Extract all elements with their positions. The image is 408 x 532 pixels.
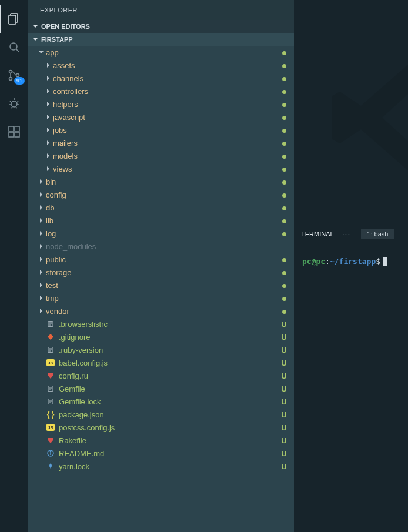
project-section-header[interactable]: FIRSTAPP — [28, 33, 294, 46]
git-status-indicator: U — [280, 320, 288, 329]
tree-item-label: Rakefile — [59, 436, 280, 445]
folder-tree-item[interactable]: storage — [28, 266, 294, 279]
folder-tree-item[interactable]: javascript — [28, 111, 294, 123]
folder-tree-item[interactable]: helpers — [28, 98, 294, 111]
terminal-prompt-user: pc@pc — [302, 257, 325, 266]
js-file-icon: JS — [46, 358, 55, 367]
chevron-right-icon — [44, 113, 53, 121]
git-status-indicator: U — [280, 397, 288, 406]
tree-item-label: .ruby-version — [59, 346, 280, 354]
terminal-cursor — [383, 257, 387, 266]
svg-marker-20 — [48, 373, 53, 379]
file-tree-item[interactable]: config.ruU — [28, 369, 294, 382]
folder-tree-item[interactable]: bin — [28, 175, 294, 188]
chevron-right-icon — [36, 282, 46, 289]
folder-tree-item[interactable]: config — [28, 188, 294, 201]
terminal-body[interactable]: pc@pc:~/firstapp$ — [294, 243, 408, 532]
file-tree-item[interactable]: .ruby-versionU — [28, 343, 294, 356]
tree-item-label: postcss.config.js — [59, 423, 280, 432]
file-tree-item[interactable]: JSpostcss.config.jsU — [28, 421, 294, 434]
chevron-right-icon — [44, 75, 53, 82]
source-control-activity-icon[interactable]: 91 — [0, 61, 28, 89]
folder-tree-item[interactable]: node_modules — [28, 240, 294, 253]
tree-item-label: storage — [46, 268, 280, 277]
git-status-indicator — [280, 307, 288, 316]
folder-tree-item[interactable]: vendor — [28, 305, 294, 317]
file-tree-item[interactable]: JSbabel.config.jsU — [28, 356, 294, 369]
text-file-icon — [46, 397, 55, 406]
git-status-indicator: U — [280, 384, 288, 393]
chevron-right-icon — [36, 230, 46, 237]
folder-tree-item[interactable]: channels — [28, 72, 294, 85]
file-tree-item[interactable]: .gitignoreU — [28, 330, 294, 343]
folder-tree-item[interactable]: test — [28, 279, 294, 292]
chevron-right-icon — [44, 152, 53, 159]
tree-item-label: config — [46, 190, 280, 199]
tree-item-label: config.ru — [59, 372, 280, 380]
file-tree-item[interactable]: README.mdU — [28, 447, 294, 460]
folder-tree-item[interactable]: mailers — [28, 136, 294, 149]
tree-item-label: controllers — [53, 87, 280, 96]
git-status-indicator: U — [280, 346, 288, 354]
tree-item-label: db — [46, 203, 280, 212]
git-status-indicator — [280, 139, 288, 148]
svg-point-7 — [11, 101, 17, 107]
svg-point-32 — [50, 451, 51, 452]
tree-item-label: app — [46, 48, 280, 57]
git-status-indicator: U — [280, 462, 288, 471]
chevron-down-icon — [31, 36, 40, 43]
tree-item-label: .browserslistrc — [59, 320, 280, 329]
chevron-right-icon — [44, 165, 53, 172]
file-tree-item[interactable]: Gemfile.lockU — [28, 395, 294, 408]
tree-item-label: views — [53, 165, 280, 173]
folder-tree-item[interactable]: views — [28, 162, 294, 175]
ruby-file-icon — [46, 371, 55, 380]
terminal-selector-dropdown[interactable]: 1: bash — [361, 229, 394, 239]
chevron-right-icon — [36, 256, 46, 263]
debug-activity-icon[interactable] — [0, 89, 28, 118]
search-activity-icon[interactable] — [0, 33, 28, 61]
tree-item-label: package.json — [59, 410, 280, 419]
folder-tree-item[interactable]: lib — [28, 214, 294, 227]
chevron-right-icon — [36, 269, 46, 276]
folder-tree-item[interactable]: controllers — [28, 85, 294, 98]
activity-bar: 91 — [0, 0, 28, 532]
folder-tree-item[interactable]: db — [28, 201, 294, 214]
svg-point-2 — [10, 43, 17, 50]
file-tree-item[interactable]: RakefileU — [28, 434, 294, 447]
file-tree-item[interactable]: { }package.jsonU — [28, 408, 294, 421]
file-tree[interactable]: appassetschannelscontrollershelpersjavas… — [28, 46, 294, 532]
file-tree-item[interactable]: GemfileU — [28, 382, 294, 395]
text-file-icon — [46, 345, 55, 354]
git-status-indicator — [280, 100, 288, 109]
folder-tree-item[interactable]: tmp — [28, 292, 294, 305]
terminal-panel: TERMINAL ··· 1: bash pc@pc:~/firstapp$ — [294, 225, 408, 532]
git-status-indicator — [280, 294, 288, 303]
git-status-indicator — [280, 190, 288, 199]
file-tree-item[interactable]: .browserslistrcU — [28, 317, 294, 330]
tree-item-label: test — [46, 281, 280, 290]
file-tree-item[interactable]: yarn.lockU — [28, 460, 294, 473]
terminal-prompt-dollar: $ — [376, 257, 380, 266]
svg-point-6 — [16, 74, 19, 77]
svg-rect-10 — [9, 132, 14, 137]
explorer-activity-icon[interactable] — [0, 5, 28, 33]
folder-tree-item[interactable]: log — [28, 227, 294, 240]
open-editors-section-header[interactable]: OPEN EDITORS — [28, 20, 294, 33]
svg-rect-11 — [15, 132, 19, 137]
panel-more-icon[interactable]: ··· — [342, 229, 351, 239]
folder-tree-item[interactable]: public — [28, 253, 294, 266]
folder-tree-item[interactable]: jobs — [28, 123, 294, 136]
git-status-indicator — [280, 126, 288, 135]
terminal-prompt-sep: : — [325, 257, 330, 266]
git-status-indicator — [280, 165, 288, 173]
folder-tree-item[interactable]: models — [28, 149, 294, 162]
git-status-indicator: U — [280, 449, 288, 458]
folder-tree-item[interactable]: assets — [28, 59, 294, 72]
extensions-activity-icon[interactable] — [0, 118, 28, 146]
tree-item-label: Gemfile.lock — [59, 397, 280, 406]
folder-tree-item[interactable]: app — [28, 46, 294, 59]
js-file-icon: JS — [46, 423, 55, 432]
terminal-tab[interactable]: TERMINAL — [301, 229, 334, 239]
git-file-icon — [46, 332, 55, 342]
